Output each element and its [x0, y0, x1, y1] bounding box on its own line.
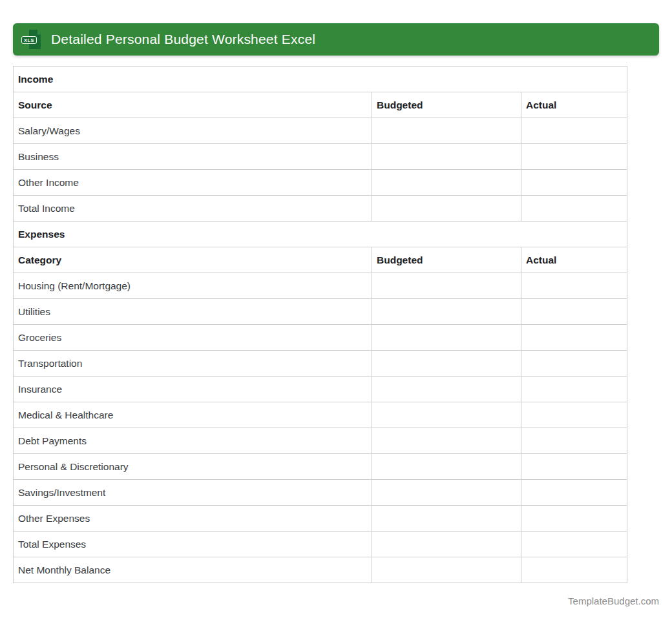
xls-file-icon-badge: XLS [21, 36, 37, 44]
actual-cell [521, 506, 627, 532]
actual-cell [521, 170, 627, 196]
row-label-cell: Savings/Investment [14, 480, 372, 506]
budgeted-cell [372, 118, 521, 144]
column-header-actual: Actual [521, 92, 627, 118]
actual-cell [521, 377, 627, 402]
table-row: Personal & Discretionary [14, 454, 627, 480]
actual-cell [521, 273, 627, 299]
row-label-cell: Insurance [14, 377, 372, 402]
row-label-cell: Medical & Healthcare [14, 402, 372, 428]
section-header-row-expenses: Expenses [14, 222, 627, 247]
section-title: Expenses [14, 222, 627, 247]
actual-cell [521, 402, 627, 428]
table-row: Total Expenses [14, 532, 627, 557]
row-label-cell: Housing (Rent/Mortgage) [14, 273, 372, 299]
column-header-budgeted: Budgeted [372, 247, 521, 273]
budgeted-cell [372, 454, 521, 480]
row-label-cell: Debt Payments [14, 428, 372, 454]
row-label-cell: Utilities [14, 299, 372, 325]
actual-cell [521, 118, 627, 144]
row-label-cell: Groceries [14, 325, 372, 351]
row-label-cell: Personal & Discretionary [14, 454, 372, 480]
column-header-actual: Actual [521, 247, 627, 273]
column-header-row: Category Budgeted Actual [14, 247, 627, 273]
page-title: Detailed Personal Budget Worksheet Excel [51, 32, 315, 47]
table-row: Medical & Healthcare [14, 402, 627, 428]
row-label-cell: Other Expenses [14, 506, 372, 532]
row-label-cell: Total Expenses [14, 532, 372, 557]
section-title: Income [14, 67, 627, 92]
actual-cell [521, 325, 627, 351]
actual-cell [521, 557, 627, 583]
site-watermark: TemplateBudget.com [568, 595, 659, 606]
section-header-row-income: Income [14, 67, 627, 92]
budgeted-cell [372, 170, 521, 196]
table-row: Business [14, 144, 627, 170]
table-row: Salary/Wages [14, 118, 627, 144]
table-row: Groceries [14, 325, 627, 351]
row-label-cell: Business [14, 144, 372, 170]
table-row: Debt Payments [14, 428, 627, 454]
xls-file-icon-fold [37, 30, 41, 35]
actual-cell [521, 480, 627, 506]
column-header-category: Category [14, 247, 372, 273]
page: XLS Detailed Personal Budget Worksheet E… [0, 0, 672, 620]
budgeted-cell [372, 273, 521, 299]
budgeted-cell [372, 402, 521, 428]
table-row: Savings/Investment [14, 480, 627, 506]
row-label-cell: Total Income [14, 196, 372, 222]
table-row: Total Income [14, 196, 627, 222]
budgeted-cell [372, 532, 521, 557]
column-header-source: Source [14, 92, 372, 118]
xls-file-icon: XLS [21, 28, 42, 50]
actual-cell [521, 351, 627, 377]
table-row: Transportation [14, 351, 627, 377]
actual-cell [521, 532, 627, 557]
table-row: Insurance [14, 377, 627, 402]
budgeted-cell [372, 480, 521, 506]
budgeted-cell [372, 144, 521, 170]
column-header-row: Source Budgeted Actual [14, 92, 627, 118]
actual-cell [521, 454, 627, 480]
budgeted-cell [372, 351, 521, 377]
actual-cell [521, 299, 627, 325]
row-label-cell: Net Monthly Balance [14, 557, 372, 583]
budgeted-cell [372, 377, 521, 402]
table-row: Other Expenses [14, 506, 627, 532]
actual-cell [521, 144, 627, 170]
table-row: Net Monthly Balance [14, 557, 627, 583]
budgeted-cell [372, 557, 521, 583]
row-label-cell: Salary/Wages [14, 118, 372, 144]
budgeted-cell [372, 506, 521, 532]
row-label-cell: Other Income [14, 170, 372, 196]
budgeted-cell [372, 196, 521, 222]
actual-cell [521, 196, 627, 222]
budgeted-cell [372, 325, 521, 351]
actual-cell [521, 428, 627, 454]
budget-worksheet-table: Income Source Budgeted Actual Salary/Wag… [13, 66, 627, 583]
budgeted-cell [372, 299, 521, 325]
table-row: Utilities [14, 299, 627, 325]
table-row: Other Income [14, 170, 627, 196]
row-label-cell: Transportation [14, 351, 372, 377]
table-row: Housing (Rent/Mortgage) [14, 273, 627, 299]
column-header-budgeted: Budgeted [372, 92, 521, 118]
budgeted-cell [372, 428, 521, 454]
title-bar: XLS Detailed Personal Budget Worksheet E… [13, 23, 659, 56]
